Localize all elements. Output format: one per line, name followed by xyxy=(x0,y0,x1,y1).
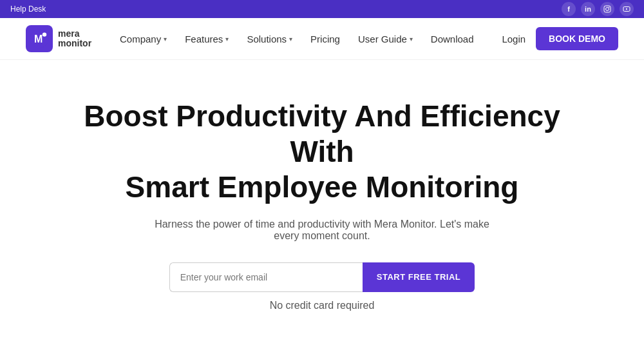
logo[interactable]: M mera monitor xyxy=(26,25,91,52)
logo-text: mera monitor xyxy=(58,29,91,49)
no-credit-text: No credit card required xyxy=(155,300,489,311)
svg-point-2 xyxy=(609,7,610,8)
hero-section: Boost Productivity And Efficiency With S… xyxy=(0,60,644,358)
nav-pricing[interactable]: Pricing xyxy=(310,34,340,44)
nav-download[interactable]: Download xyxy=(431,34,474,44)
email-input[interactable] xyxy=(169,262,363,292)
hero-title: Boost Productivity And Efficiency With S… xyxy=(80,99,564,206)
instagram-icon[interactable] xyxy=(600,2,614,16)
chevron-down-icon: ▾ xyxy=(410,35,413,43)
svg-point-1 xyxy=(606,8,609,11)
nav-company[interactable]: Company ▾ xyxy=(120,34,167,44)
help-desk-link[interactable]: Help Desk xyxy=(10,5,46,14)
cta-form: START FREE TRIAL xyxy=(13,262,631,292)
linkedin-icon[interactable]: in xyxy=(581,2,595,16)
svg-rect-0 xyxy=(604,6,611,12)
hero-subtitle: Harness the power of time and productivi… xyxy=(155,219,489,242)
chevron-down-icon: ▾ xyxy=(225,35,229,43)
top-bar: Help Desk f in xyxy=(0,0,644,18)
nav-solutions[interactable]: Solutions ▾ xyxy=(247,34,292,44)
youtube-icon[interactable] xyxy=(620,2,634,16)
nav-features[interactable]: Features ▾ xyxy=(185,34,229,44)
nav-actions: Login BOOK DEMO xyxy=(502,27,618,50)
social-icons: f in xyxy=(562,2,634,16)
start-trial-button[interactable]: START FREE TRIAL xyxy=(363,262,475,292)
chevron-down-icon: ▾ xyxy=(289,35,292,43)
video-section: ER xyxy=(0,358,644,363)
chevron-down-icon: ▾ xyxy=(164,35,167,43)
book-demo-button[interactable]: BOOK DEMO xyxy=(536,27,618,50)
facebook-icon[interactable]: f xyxy=(562,2,576,16)
login-button[interactable]: Login xyxy=(502,34,526,44)
navbar: M mera monitor Company ▾ Features ▾ Solu… xyxy=(0,18,644,60)
svg-point-6 xyxy=(43,32,46,36)
nav-user-guide[interactable]: User Guide ▾ xyxy=(358,34,413,44)
logo-icon: M xyxy=(26,25,53,52)
nav-links: Company ▾ Features ▾ Solutions ▾ Pricing… xyxy=(120,34,474,44)
svg-text:M: M xyxy=(34,34,43,44)
